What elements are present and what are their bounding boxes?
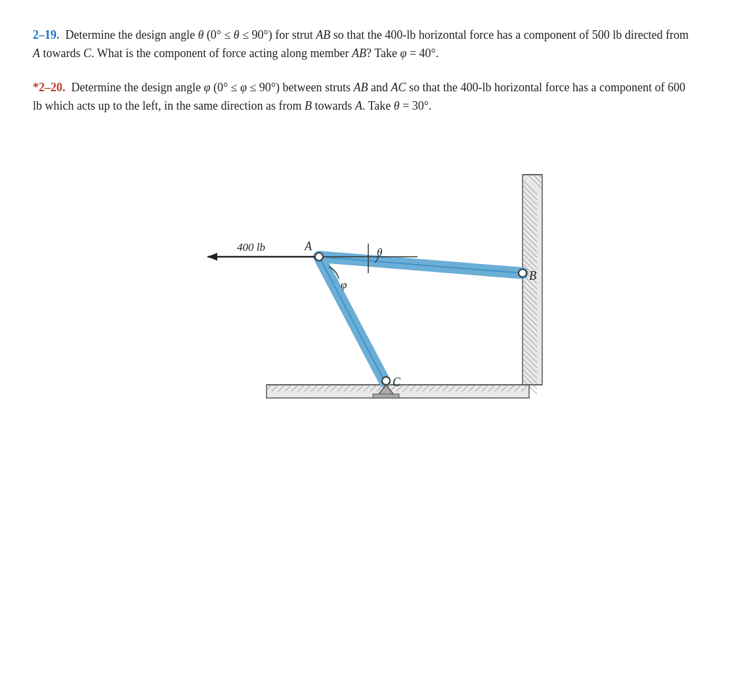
pin-b (519, 269, 526, 277)
problem-2-text: Determine the design angle φ (0° ≤ φ ≤ 9… (33, 81, 685, 112)
diagram-container: 400 lb A B C θ φ (33, 135, 697, 418)
point-b-label: B (529, 269, 536, 282)
point-a-label: A (304, 240, 312, 253)
problem-2-number: *2–20. (33, 81, 66, 94)
pin-a (315, 253, 323, 261)
pin-c (382, 377, 390, 385)
force-arrow (207, 253, 217, 261)
problem-1-text: Determine the design angle θ (0° ≤ θ ≤ 9… (33, 28, 689, 60)
point-c-label: C (393, 376, 401, 389)
support-base-c (373, 394, 399, 398)
problem-1-number: 2–19. (33, 28, 60, 41)
phi-label: φ (341, 278, 347, 291)
problem-1: 2–19. Determine the design angle θ (0° ≤… (33, 26, 697, 63)
svg-line-90 (319, 257, 385, 382)
engineering-diagram: 400 lb A B C θ φ (135, 135, 595, 418)
problem-2: *2–20. Determine the design angle φ (0° … (33, 79, 697, 116)
theta-label: θ (377, 246, 382, 259)
force-label: 400 lb (237, 241, 265, 253)
